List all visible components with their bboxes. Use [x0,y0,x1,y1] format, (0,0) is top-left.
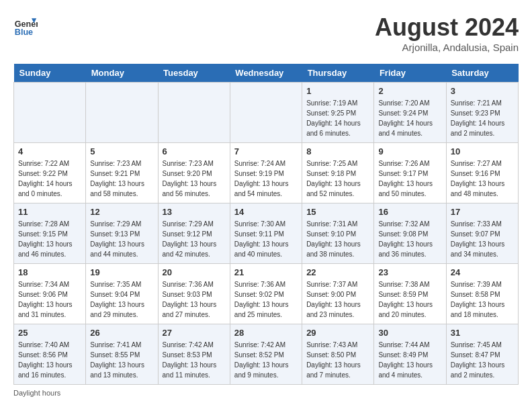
calendar-cell: 2Sunrise: 7:20 AMSunset: 9:24 PMDaylight… [374,83,446,143]
header-row: Sunday Monday Tuesday Wednesday Thursday… [14,64,519,83]
day-number: 6 [163,146,226,156]
calendar-cell: 19Sunrise: 7:35 AMSunset: 9:04 PMDayligh… [86,264,158,324]
day-number: 27 [163,328,226,338]
calendar-cell: 22Sunrise: 7:37 AMSunset: 9:00 PMDayligh… [302,264,374,324]
calendar-cell: 8Sunrise: 7:25 AMSunset: 9:18 PMDaylight… [302,143,374,203]
col-tuesday: Tuesday [158,64,230,83]
day-number: 25 [18,328,81,338]
day-number: 29 [306,328,369,338]
day-number: 22 [306,267,369,277]
calendar-cell: 13Sunrise: 7:29 AMSunset: 9:12 PMDayligh… [158,203,230,264]
calendar-table: Sunday Monday Tuesday Wednesday Thursday… [13,64,519,385]
day-info: Sunrise: 7:34 AMSunset: 9:06 PMDaylight:… [18,279,81,320]
day-number: 4 [18,146,81,156]
day-number: 14 [234,207,298,217]
svg-text:Blue: Blue [15,28,33,37]
day-number: 17 [451,207,514,217]
calendar-cell: 6Sunrise: 7:23 AMSunset: 9:20 PMDaylight… [158,143,230,203]
col-saturday: Saturday [446,64,518,83]
calendar-cell: 1Sunrise: 7:19 AMSunset: 9:25 PMDaylight… [302,83,374,143]
col-friday: Friday [374,64,446,83]
day-info: Sunrise: 7:29 AMSunset: 9:12 PMDaylight:… [163,219,226,259]
calendar-cell [230,83,302,143]
calendar-cell: 25Sunrise: 7:40 AMSunset: 8:56 PMDayligh… [14,324,86,385]
col-monday: Monday [86,64,158,83]
calendar-week-4: 18Sunrise: 7:34 AMSunset: 9:06 PMDayligh… [14,264,519,324]
day-info: Sunrise: 7:38 AMSunset: 8:59 PMDaylight:… [378,279,441,320]
calendar-cell: 16Sunrise: 7:32 AMSunset: 9:08 PMDayligh… [374,203,446,264]
day-info: Sunrise: 7:44 AMSunset: 8:49 PMDaylight:… [378,340,441,380]
day-info: Sunrise: 7:36 AMSunset: 9:03 PMDaylight:… [163,279,226,320]
day-info: Sunrise: 7:45 AMSunset: 8:47 PMDaylight:… [451,340,514,380]
day-number: 5 [90,146,153,156]
day-info: Sunrise: 7:24 AMSunset: 9:19 PMDaylight:… [234,158,298,199]
col-sunday: Sunday [14,64,86,83]
logo-icon: General Blue [13,13,38,38]
calendar-week-3: 11Sunrise: 7:28 AMSunset: 9:15 PMDayligh… [14,203,519,264]
col-wednesday: Wednesday [230,64,302,83]
footer-note: Daylight hours [13,389,519,397]
calendar-week-2: 4Sunrise: 7:22 AMSunset: 9:22 PMDaylight… [14,143,519,203]
day-number: 31 [451,328,514,338]
col-thursday: Thursday [302,64,374,83]
calendar-cell: 11Sunrise: 7:28 AMSunset: 9:15 PMDayligh… [14,203,86,264]
calendar-cell: 30Sunrise: 7:44 AMSunset: 8:49 PMDayligh… [374,324,446,385]
calendar-cell: 18Sunrise: 7:34 AMSunset: 9:06 PMDayligh… [14,264,86,324]
day-info: Sunrise: 7:32 AMSunset: 9:08 PMDaylight:… [378,219,441,259]
title-area: August 2024 Arjonilla, Andalusia, Spain [375,13,519,53]
location: Arjonilla, Andalusia, Spain [375,42,519,53]
calendar-week-5: 25Sunrise: 7:40 AMSunset: 8:56 PMDayligh… [14,324,519,385]
day-info: Sunrise: 7:36 AMSunset: 9:02 PMDaylight:… [234,279,298,320]
day-number: 7 [234,146,298,156]
day-info: Sunrise: 7:37 AMSunset: 9:00 PMDaylight:… [306,279,369,320]
calendar-cell: 9Sunrise: 7:26 AMSunset: 9:17 PMDaylight… [374,143,446,203]
calendar-cell: 26Sunrise: 7:41 AMSunset: 8:55 PMDayligh… [86,324,158,385]
calendar-cell: 4Sunrise: 7:22 AMSunset: 9:22 PMDaylight… [14,143,86,203]
day-info: Sunrise: 7:26 AMSunset: 9:17 PMDaylight:… [378,158,441,199]
day-info: Sunrise: 7:43 AMSunset: 8:50 PMDaylight:… [306,340,369,380]
day-info: Sunrise: 7:21 AMSunset: 9:23 PMDaylight:… [451,98,514,138]
calendar-cell [14,83,86,143]
day-number: 21 [234,267,298,277]
month-year: August 2024 [375,13,519,42]
day-number: 1 [306,86,369,96]
calendar-cell [86,83,158,143]
calendar-cell: 28Sunrise: 7:42 AMSunset: 8:52 PMDayligh… [230,324,302,385]
day-number: 10 [451,146,514,156]
calendar-cell: 20Sunrise: 7:36 AMSunset: 9:03 PMDayligh… [158,264,230,324]
day-number: 11 [18,207,81,217]
day-info: Sunrise: 7:42 AMSunset: 8:52 PMDaylight:… [234,340,298,380]
calendar-cell: 5Sunrise: 7:23 AMSunset: 9:21 PMDaylight… [86,143,158,203]
day-info: Sunrise: 7:19 AMSunset: 9:25 PMDaylight:… [306,98,369,138]
day-number: 30 [378,328,441,338]
day-info: Sunrise: 7:41 AMSunset: 8:55 PMDaylight:… [90,340,153,380]
calendar-cell: 17Sunrise: 7:33 AMSunset: 9:07 PMDayligh… [446,203,518,264]
calendar-cell: 15Sunrise: 7:31 AMSunset: 9:10 PMDayligh… [302,203,374,264]
calendar-cell: 10Sunrise: 7:27 AMSunset: 9:16 PMDayligh… [446,143,518,203]
day-number: 16 [378,207,441,217]
day-number: 20 [163,267,226,277]
day-info: Sunrise: 7:25 AMSunset: 9:18 PMDaylight:… [306,158,369,199]
day-number: 15 [306,207,369,217]
calendar-cell: 12Sunrise: 7:29 AMSunset: 9:13 PMDayligh… [86,203,158,264]
day-info: Sunrise: 7:30 AMSunset: 9:11 PMDaylight:… [234,219,298,259]
logo: General Blue [13,13,38,38]
day-info: Sunrise: 7:29 AMSunset: 9:13 PMDaylight:… [90,219,153,259]
day-info: Sunrise: 7:33 AMSunset: 9:07 PMDaylight:… [451,219,514,259]
day-info: Sunrise: 7:35 AMSunset: 9:04 PMDaylight:… [90,279,153,320]
header: General Blue August 2024 Arjonilla, Anda… [13,13,519,53]
day-number: 24 [451,267,514,277]
calendar-cell: 3Sunrise: 7:21 AMSunset: 9:23 PMDaylight… [446,83,518,143]
day-number: 18 [18,267,81,277]
calendar-cell: 14Sunrise: 7:30 AMSunset: 9:11 PMDayligh… [230,203,302,264]
day-number: 2 [378,86,441,96]
day-info: Sunrise: 7:22 AMSunset: 9:22 PMDaylight:… [18,158,81,199]
day-number: 23 [378,267,441,277]
day-number: 8 [306,146,369,156]
day-number: 19 [90,267,153,277]
calendar-cell: 23Sunrise: 7:38 AMSunset: 8:59 PMDayligh… [374,264,446,324]
day-number: 26 [90,328,153,338]
calendar-cell: 29Sunrise: 7:43 AMSunset: 8:50 PMDayligh… [302,324,374,385]
day-number: 12 [90,207,153,217]
day-info: Sunrise: 7:27 AMSunset: 9:16 PMDaylight:… [451,158,514,199]
